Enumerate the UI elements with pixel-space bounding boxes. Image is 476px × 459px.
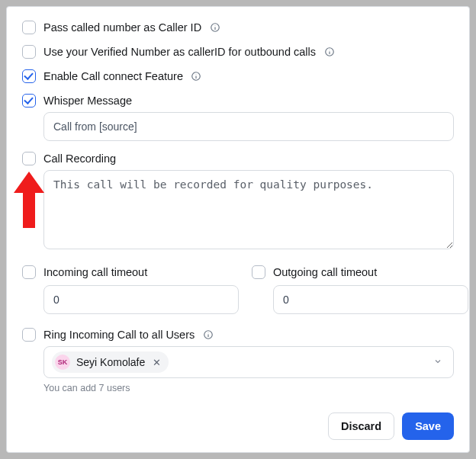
option-incoming-timeout: Incoming call timeout <box>22 265 224 314</box>
recording-checkbox[interactable] <box>22 152 36 165</box>
whisper-input[interactable] <box>43 112 454 141</box>
info-icon[interactable] <box>191 71 202 82</box>
svg-point-11 <box>207 332 208 333</box>
option-ring-all: Ring Incoming Call to all Users <box>22 328 454 342</box>
chevron-down-icon[interactable] <box>433 357 445 368</box>
settings-panel: Pass called number as Caller ID Use your… <box>6 6 470 453</box>
option-outgoing-timeout: Outgoing call timeout <box>252 265 454 314</box>
info-icon[interactable] <box>209 22 220 34</box>
user-select-hint: You can add 7 users <box>43 383 454 393</box>
option-pass-caller-id: Pass called number as Caller ID <box>22 21 454 34</box>
pass-caller-id-checkbox[interactable] <box>22 21 36 34</box>
pass-caller-id-label[interactable]: Pass called number as Caller ID <box>43 21 201 34</box>
ring-all-checkbox[interactable] <box>22 328 36 342</box>
verified-number-label[interactable]: Use your Verified Number as callerID for… <box>43 46 316 58</box>
recording-textarea[interactable] <box>43 170 454 249</box>
option-verified-number: Use your Verified Number as callerID for… <box>22 45 454 59</box>
verified-number-checkbox[interactable] <box>22 45 36 59</box>
option-call-connect: Enable Call connect Feature <box>22 69 454 83</box>
outgoing-timeout-input[interactable] <box>273 285 468 314</box>
incoming-timeout-checkbox[interactable] <box>22 265 36 279</box>
info-icon[interactable] <box>323 47 335 58</box>
svg-point-5 <box>329 50 330 50</box>
option-recording: Call Recording <box>22 152 454 165</box>
chip-remove-icon[interactable]: ✕ <box>151 357 161 368</box>
outgoing-timeout-label[interactable]: Outgoing call timeout <box>273 266 377 278</box>
incoming-timeout-input[interactable] <box>43 285 239 314</box>
ring-all-label[interactable]: Ring Incoming Call to all Users <box>43 329 195 341</box>
info-icon[interactable] <box>202 329 214 341</box>
outgoing-timeout-checkbox[interactable] <box>252 265 265 279</box>
user-chip: SK Seyi Komolafe ✕ <box>52 351 169 373</box>
whisper-checkbox[interactable] <box>22 94 36 108</box>
svg-point-8 <box>196 74 197 75</box>
recording-label[interactable]: Call Recording <box>43 152 116 165</box>
avatar: SK <box>55 355 70 370</box>
footer-actions: Discard Save <box>328 412 454 440</box>
user-chip-name: Seyi Komolafe <box>76 356 145 368</box>
incoming-timeout-label[interactable]: Incoming call timeout <box>43 266 147 278</box>
svg-point-2 <box>214 25 215 26</box>
whisper-label[interactable]: Whisper Message <box>43 95 132 107</box>
discard-button[interactable]: Discard <box>328 412 394 440</box>
call-connect-label[interactable]: Enable Call connect Feature <box>43 70 183 82</box>
call-connect-checkbox[interactable] <box>22 69 36 83</box>
option-whisper: Whisper Message <box>22 94 454 108</box>
user-select[interactable]: SK Seyi Komolafe ✕ <box>43 346 454 378</box>
save-button[interactable]: Save <box>402 412 454 440</box>
